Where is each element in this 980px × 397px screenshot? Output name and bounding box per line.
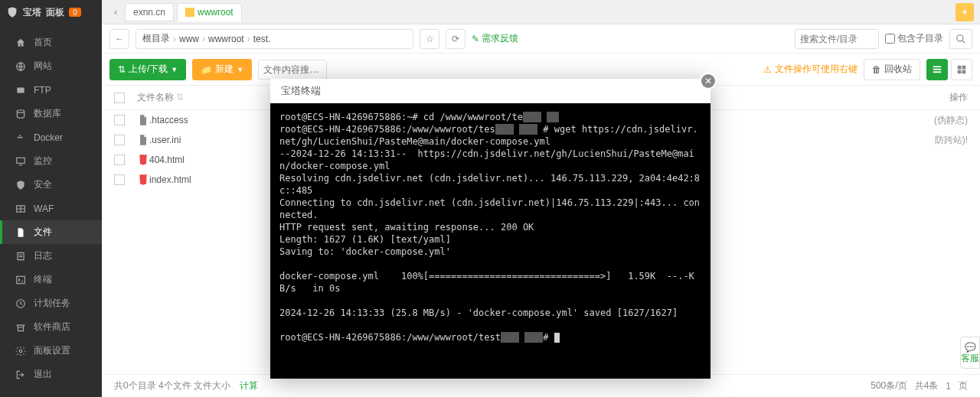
close-icon: ✕ [704, 76, 712, 86]
terminal-modal: ✕ 宝塔终端 root@ECS-HN-4269675886:~# cd /www… [270, 79, 710, 379]
close-button[interactable]: ✕ [700, 73, 717, 89]
modal-title: 宝塔终端 [270, 79, 710, 103]
terminal-output[interactable]: root@ECS-HN-4269675886:~# cd /www/wwwroo… [270, 103, 710, 379]
